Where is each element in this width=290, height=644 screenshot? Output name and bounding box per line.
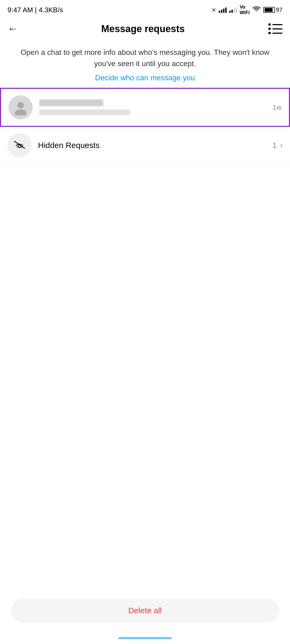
menu-dot [268, 28, 271, 30]
request-time: 1w [273, 103, 281, 112]
decide-link[interactable]: Decide who can message you [95, 74, 195, 82]
message-request-item[interactable]: 1w [0, 88, 290, 127]
sender-name-blurred [39, 99, 103, 106]
delete-all-button[interactable]: Delete all [11, 598, 279, 623]
signal-bars-2 [229, 7, 237, 13]
info-text: Open a chat to get more info about who's… [11, 47, 279, 69]
message-preview-blurred [39, 109, 130, 115]
hidden-eye-icon [14, 141, 25, 150]
svg-point-0 [17, 102, 24, 108]
bluetooth-icon: ⨯ [211, 6, 216, 13]
bar2 [221, 10, 222, 13]
bar4 [225, 7, 227, 13]
hidden-requests-count: 1 [272, 141, 277, 150]
bottom-nav-bar [118, 637, 172, 639]
bar4 [236, 7, 237, 13]
status-icons: ⨯ VoWiFi [211, 4, 283, 16]
menu-line [272, 24, 283, 25]
status-time: 9:47 AM | 4.3KB/s [7, 6, 63, 14]
chevron-right-icon: › [280, 141, 283, 150]
hidden-icon-wrapper [7, 133, 32, 157]
menu-dot-row-2 [268, 28, 283, 30]
page-title: Message requests [101, 23, 185, 35]
svg-point-1 [15, 109, 26, 115]
battery-percent: 97 [276, 6, 283, 13]
info-banner: Open a chat to get more info about who's… [0, 39, 290, 88]
bar1 [229, 11, 231, 13]
bar2 [231, 10, 233, 13]
status-bar: 9:47 AM | 4.3KB/s ⨯ VoWiFi [0, 0, 290, 19]
back-button[interactable]: ← [7, 23, 18, 35]
bar3 [223, 9, 224, 13]
menu-dot-row-1 [268, 23, 283, 26]
hidden-requests-item[interactable]: Hidden Requests 1 › [0, 127, 290, 164]
wifi-icon [253, 6, 261, 14]
bar3 [234, 9, 235, 13]
avatar [9, 95, 33, 119]
top-nav: ← Message requests [0, 19, 290, 39]
bar1 [219, 11, 220, 13]
battery-icon [263, 7, 275, 13]
menu-dot [268, 32, 271, 34]
menu-line [272, 33, 283, 34]
menu-dot-row-3 [268, 32, 283, 34]
request-content [39, 99, 269, 115]
hidden-requests-label: Hidden Requests [38, 141, 272, 150]
battery-container: 97 [263, 6, 283, 13]
avatar-icon [13, 99, 29, 115]
signal-bars-1 [219, 7, 227, 13]
menu-button[interactable] [268, 23, 283, 34]
vowifi-icon: VoWiFi [240, 4, 250, 16]
menu-dot [268, 23, 271, 26]
menu-line [272, 28, 283, 29]
